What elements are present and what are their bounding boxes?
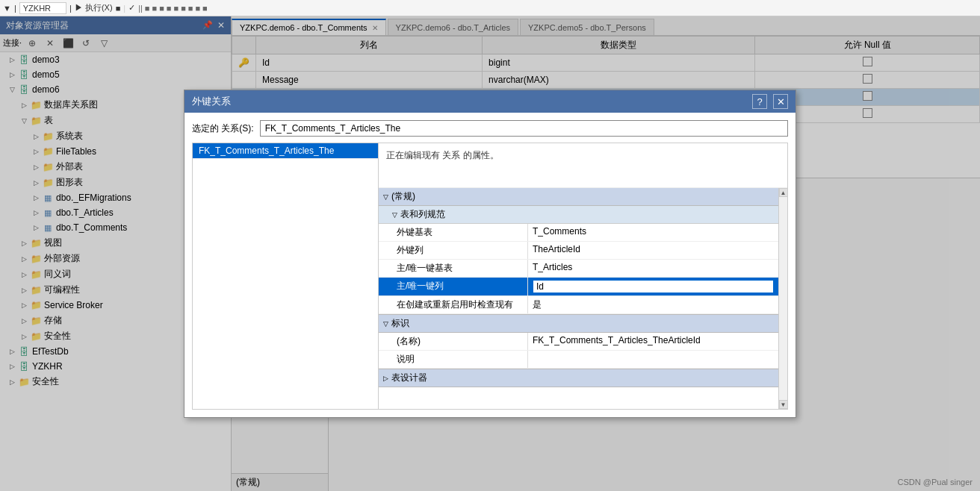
prop-value-waijianjibiao[interactable]: T_Comments <box>528 224 778 241</box>
prop-label-mingcheng: (名称) <box>379 333 528 350</box>
modal-right-panel: 正在编辑现有 关系 的属性。 ▽ (常规) ▽ 表和列规范 <box>379 143 788 410</box>
toolbar-pin-icon: | <box>14 4 16 13</box>
modal-foreign-key: 外键关系 ? ✕ 选定的 关系(S): FK_T_Comments_T_Arti… <box>184 90 796 418</box>
modal-right-props: ▽ (常规) ▽ 表和列规范 外键基表 T_Commen <box>379 188 778 409</box>
toolbar-stop-btn[interactable]: ■ <box>116 4 121 13</box>
prop-value-input-zhuyiyijianlie[interactable] <box>533 280 774 293</box>
prop-row-mingcheng: (名称) FK_T_Comments_T_Articles_TheArticle… <box>379 333 778 351</box>
prop-row-zhuyiyijianjibiao: 主/唯一键基表 T_Articles <box>379 260 778 278</box>
section-biaosheji-label: 表设计器 <box>391 372 427 384</box>
prop-value-zhuyiyijianlie[interactable] <box>528 278 778 295</box>
modal-body: 选定的 关系(S): FK_T_Comments_T_Articles_The … <box>184 113 796 417</box>
modal-titlebar: 外键关系 ? ✕ <box>184 90 796 113</box>
modal-selected-input[interactable] <box>260 120 788 137</box>
modal-relationship-list: FK_T_Comments_T_Articles_The <box>192 143 379 410</box>
subsection-biaoheguifan[interactable]: ▽ 表和列规范 <box>379 206 778 224</box>
prop-row-waijianie: 外键列 TheArticleId <box>379 242 778 260</box>
prop-label-waijianjibiao: 外键基表 <box>379 224 528 241</box>
section-changgui-label: (常规) <box>391 190 415 203</box>
section-biaosheji[interactable]: ▷ 表设计器 <box>379 369 778 387</box>
scroll-up-btn[interactable]: ▲ <box>779 188 788 197</box>
toolbar-sep2: | <box>123 4 125 13</box>
prop-row-zaicheck: 在创建或重新启用时检查现有 是 <box>379 296 778 314</box>
prop-value-mingcheng[interactable]: FK_T_Comments_T_Articles_TheArticleId <box>528 333 778 350</box>
toolbar-execute-btn[interactable]: ▶ 执行(X) <box>75 2 113 13</box>
modal-props-container: ▽ (常规) ▽ 表和列规范 外键基表 T_Commen <box>379 188 787 409</box>
modal-overlay: 外键关系 ? ✕ 选定的 关系(S): FK_T_Comments_T_Arti… <box>0 16 980 491</box>
toolbar-check-btn[interactable]: ✓ <box>128 3 135 13</box>
toolbar-separator: | <box>69 4 72 13</box>
prop-value-zaicheck[interactable]: 是 <box>528 296 778 313</box>
prop-label-shuoming: 说明 <box>379 351 528 368</box>
scrollbar: ▲ ▼ <box>778 188 787 409</box>
section-biaosheji-expand[interactable]: ▷ <box>383 375 388 382</box>
section-changgui[interactable]: ▽ (常规) <box>379 188 778 206</box>
scroll-down-btn[interactable]: ▼ <box>779 400 788 409</box>
modal-selected-section: 选定的 关系(S): <box>192 120 788 137</box>
prop-value-shuoming[interactable] <box>528 351 778 368</box>
modal-close-btn[interactable]: ✕ <box>773 94 788 109</box>
section-changgui-expand[interactable]: ▽ <box>383 193 388 201</box>
prop-label-waijianie: 外键列 <box>379 242 528 259</box>
subsection-biaoheguifan-label: 表和列规范 <box>400 208 445 221</box>
section-biaoshi[interactable]: ▽ 标识 <box>379 314 778 333</box>
top-toolbar: ▼ | YZKHR | ▶ 执行(X) ■ | ✓ ||■■■■■■■■■ <box>0 0 980 16</box>
modal-help-btn[interactable]: ? <box>752 94 767 109</box>
section-biaoshi-label: 标识 <box>391 317 409 330</box>
modal-selected-label: 选定的 关系(S): <box>192 122 254 135</box>
modal-description: 正在编辑现有 关系 的属性。 <box>379 143 787 188</box>
prop-row-shuoming: 说明 <box>379 351 778 369</box>
prop-value-zhuyiyijianjibiao[interactable]: T_Articles <box>528 260 778 277</box>
prop-label-zaicheck: 在创建或重新启用时检查现有 <box>379 296 528 313</box>
prop-row-waijianjibiao: 外键基表 T_Comments <box>379 224 778 242</box>
subsection-biaoheguifan-expand[interactable]: ▽ <box>392 211 397 219</box>
prop-value-waijianie[interactable]: TheArticleId <box>528 242 778 259</box>
toolbar-db-selector[interactable]: YZKHR <box>19 2 66 14</box>
toolbar-filter-icon: ▼ <box>3 4 11 13</box>
toolbar-icons: ||■■■■■■■■■ <box>138 4 208 13</box>
section-biaoshi-expand[interactable]: ▽ <box>383 320 388 328</box>
prop-label-zhuyiyijianjibiao: 主/唯一键基表 <box>379 260 528 277</box>
modal-relationship-item[interactable]: FK_T_Comments_T_Articles_The <box>193 143 378 159</box>
prop-row-zhuyiyijianlie[interactable]: 主/唯一键列 <box>379 278 778 296</box>
modal-title: 外键关系 <box>192 95 231 108</box>
modal-main: FK_T_Comments_T_Articles_The 正在编辑现有 关系 的… <box>192 143 788 410</box>
prop-label-zhuyiyijianlie: 主/唯一键列 <box>379 278 528 295</box>
